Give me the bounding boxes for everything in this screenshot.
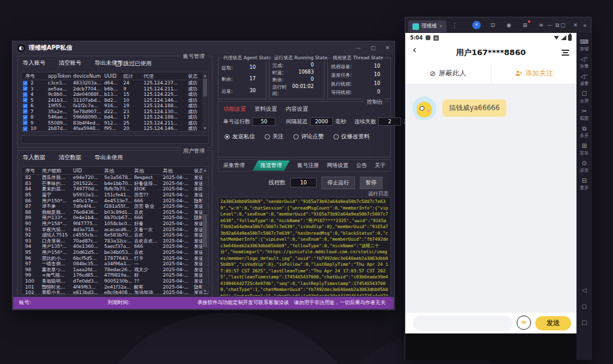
mode-radio[interactable]: 仅修改资料 <box>333 133 370 141</box>
state-row: 执行线程:10 <box>331 81 389 87</box>
account-table-scrollbar[interactable]: ▲ ▼ <box>202 73 208 131</box>
module-tab[interactable]: 公告 <box>356 162 367 169</box>
number-input[interactable]: 2 <box>378 117 401 126</box>
screenshot-icon[interactable]: ✂ 截图 <box>580 108 589 122</box>
add-follow-button[interactable]: 添加关注 <box>491 63 577 84</box>
user-table-row[interactable]: 102 葡萄小丸...e813bd3...e8c0b408... 加油加油202… <box>22 290 208 295</box>
pause-button[interactable]: 暂停 <box>360 177 383 189</box>
account-table-row[interactable]: ✓5 241b3...31107abd...8d2... 10125.124.1… <box>22 98 208 104</box>
settings-icon[interactable]: ⊙ 设置 <box>580 160 589 174</box>
module-tab[interactable]: 推送管理 <box>253 160 290 171</box>
account-table-row[interactable]: ✓4 9c8b0...2de04088f...b13... 15125.124.… <box>22 92 208 98</box>
close-button[interactable]: ✕ <box>573 22 578 28</box>
row-checkbox[interactable]: ✓ <box>23 104 28 108</box>
maximize-button[interactable]: ▢ <box>560 22 566 28</box>
block-user-button[interactable]: ⊘ 屏蔽此人 <box>405 63 491 84</box>
multi-instance-icon[interactable]: ⧉ 多开 <box>580 125 589 139</box>
stop-run-button[interactable]: 停止运行 <box>321 177 355 189</box>
mode-radio[interactable]: 评论点赞 <box>293 133 324 141</box>
mode-radio[interactable]: 发送私信 <box>224 133 255 141</box>
scroll-up-icon[interactable]: ▲ <box>204 168 207 172</box>
scroll-down-icon[interactable]: ▼ <box>204 126 207 131</box>
back-button[interactable]: ‹ <box>412 45 417 55</box>
account-table-row[interactable]: ✓7 35a2e...5e78d907...d22... 23125.124.1… <box>22 109 208 115</box>
module-tab[interactable]: 账号注册 <box>298 162 319 169</box>
collapse-sidebar-button[interactable]: « <box>583 17 587 33</box>
account-table-row[interactable]: ✓3 ae5aa...2dcb7704...b6b... 9125.124.21… <box>22 86 208 92</box>
notice-icon[interactable]: ⊞ <box>521 21 529 29</box>
console-tab[interactable]: 内容设置 <box>286 105 308 113</box>
radio-icon <box>265 134 270 139</box>
volume-down-icon[interactable]: ◁⁻ 减量 <box>580 73 589 87</box>
user-action-button[interactable]: 清空数据 <box>59 154 81 162</box>
row-checkbox[interactable]: ✓ <box>23 81 28 86</box>
row-checkbox[interactable]: ✓ <box>23 120 28 125</box>
install-apk-icon[interactable]: ⊞ 安装 <box>580 142 589 156</box>
maximize-button[interactable]: ▢ <box>371 45 376 51</box>
chat-title: 用户167****8860 <box>405 47 576 58</box>
emulator-tab[interactable]: 理维维 ✕ <box>408 20 447 32</box>
state-row: 线程容量:10 <box>331 63 389 70</box>
account-table: 序号 appToken deviceNum UUID 统计 代理 状态 ✓2 c… <box>21 72 209 132</box>
module-tab[interactable]: 关于 <box>375 162 386 169</box>
number-input[interactable]: 2000 <box>310 117 333 126</box>
run-log[interactable]: 2a3863dbb05b8b9","senderUuid":"9165a73b9… <box>218 197 391 296</box>
row-checkbox[interactable]: ✓ <box>23 126 28 131</box>
scroll-up-icon[interactable]: ▲ <box>204 73 207 78</box>
account-table-row[interactable]: ✓9 55089...83b4f4ed...912... 25125.124.2… <box>22 120 208 126</box>
account-table-row[interactable]: ✓8 546ae...59668090...bd4... 17125.124.1… <box>22 114 208 120</box>
boost-icon[interactable]: ⚡ <box>472 21 481 29</box>
minimize-button[interactable]: — <box>547 22 553 28</box>
minimize-button[interactable]: — <box>356 45 361 51</box>
mode-radio[interactable]: 关注 <box>265 133 284 141</box>
state-row: 等待线程:0 <box>331 89 389 96</box>
scroll-thumb[interactable] <box>203 78 207 96</box>
send-button[interactable]: 发送 <box>535 316 571 330</box>
more-options-icon[interactable] <box>562 50 569 57</box>
row-checkbox[interactable]: ✓ <box>23 92 28 97</box>
scroll-thumb[interactable] <box>203 214 207 247</box>
account-table-row[interactable]: ✓6 19f55...fa1f2c7a...916... 19125.124.1… <box>22 103 208 109</box>
menu-icon[interactable]: ≡ <box>537 21 545 29</box>
scroll-down-icon[interactable]: ▼ <box>204 289 207 293</box>
account-table-row[interactable]: ✓10 2b87d...4faa5948...f95... 20125.124.… <box>22 126 208 132</box>
gamepad-icon[interactable]: ⊡ <box>488 21 497 29</box>
console-tab[interactable]: 资料设置 <box>254 105 277 113</box>
row-checkbox[interactable]: ✓ <box>23 98 28 102</box>
volume-up-icon[interactable]: ◁⁺ 加量 <box>580 56 589 69</box>
user-table-scrollbar[interactable]: ▲ ▼ <box>202 168 208 293</box>
module-tab[interactable]: 采集管理 <box>223 162 245 169</box>
console-tab[interactable]: 功能设置 <box>223 105 246 113</box>
keymap-icon[interactable]: ⌨ 按键 <box>580 38 589 52</box>
state-row: 剩余:17 <box>221 76 264 83</box>
row-checkbox[interactable]: ✓ <box>23 115 28 120</box>
emoji-button[interactable]: ≈ <box>517 316 531 330</box>
android-status-bar: 5:04 A <box>405 33 576 43</box>
account-icon[interactable]: ◉ <box>505 21 513 29</box>
android-home-icon[interactable]: ○ <box>582 303 587 310</box>
user-action-button[interactable]: 导出未使用 <box>95 154 123 162</box>
close-button[interactable]: ✕ <box>385 45 390 51</box>
android-back-icon[interactable]: ◁ <box>582 287 587 293</box>
thread-count-input[interactable]: 10 <box>290 178 317 187</box>
avatar[interactable] <box>412 96 436 120</box>
row-checkbox[interactable]: ✓ <box>23 109 28 114</box>
thread-state-panel: 线程状态 Thread State 线程容量:10派发任务:10执行线程:10等… <box>327 57 391 99</box>
account-action-button[interactable]: 导入账号 <box>23 59 45 67</box>
phone-screen: 5:04 A ‹ 用户167****8860 ⊘ 屏蔽此人 <box>405 33 576 360</box>
tab-close-icon[interactable]: ✕ <box>439 24 443 29</box>
state-row: 时速:10683 <box>272 69 322 76</box>
account-action-button[interactable]: 清空账号 <box>59 59 81 67</box>
fullscreen-icon[interactable]: ☐ 全屏 <box>580 90 589 104</box>
row-checkbox[interactable]: ✓ <box>23 86 28 91</box>
emulator-titlebar[interactable]: 理维维 ✕ ⋮ ⚡⊡◉⊞≡⧉ — ▢ ✕ « <box>405 17 591 33</box>
tab-menu-icon[interactable]: ⋮ <box>451 22 457 29</box>
user-action-button[interactable]: 导入数据 <box>23 154 45 162</box>
skip-used-checkbox[interactable]: 跳过已使用 <box>116 60 152 68</box>
android-recent-icon[interactable]: □ <box>581 319 587 326</box>
module-tab[interactable]: 网络设置 <box>327 162 348 169</box>
message-input[interactable] <box>413 316 512 331</box>
number-input[interactable]: 50 <box>253 117 275 126</box>
account-table-row[interactable]: ✓2 c3ce3...4833203a...d64... 24125.124.2… <box>22 80 208 86</box>
more-icon[interactable]: ⊟ 更多 <box>580 177 589 191</box>
